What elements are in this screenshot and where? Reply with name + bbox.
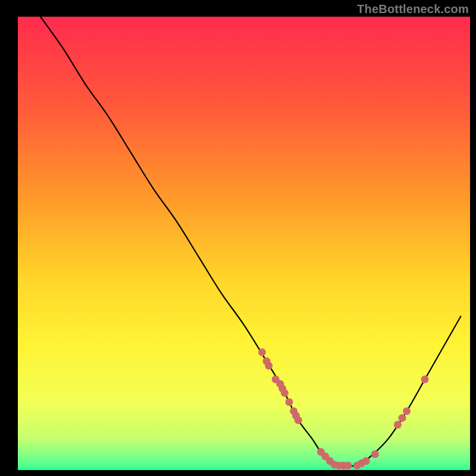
curve-marker (399, 414, 406, 422)
curve-marker (258, 348, 266, 356)
watermark-text: TheBottleneck.com (357, 2, 469, 16)
curve-marker (403, 407, 411, 415)
curve-marker (394, 421, 402, 428)
curve-marker (421, 375, 429, 383)
curve-marker (295, 416, 302, 424)
curve-marker (344, 462, 352, 469)
chart-svg (0, 0, 476, 476)
curve-marker (371, 450, 379, 458)
curve-marker (281, 389, 289, 397)
curve-marker (265, 362, 273, 369)
curve-marker (362, 457, 370, 465)
curve-marker (286, 398, 293, 406)
chart-container: TheBottleneck.com (0, 0, 476, 476)
